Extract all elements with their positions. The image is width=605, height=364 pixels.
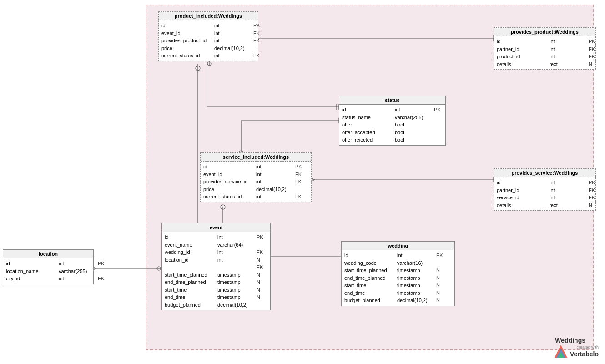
vertabelo-icon [555,345,567,358]
table-row: id int PK [6,260,91,268]
table-row: provides_product_id int FK [161,37,255,45]
table-wedding-header: wedding [342,242,454,250]
table-row: location_id int N FK [165,256,267,271]
table-provides-product: provides_product:Weddings id int PK part… [494,27,596,70]
table-row: start_time timestamp N [344,282,452,289]
table-row: start_time timestamp N [165,286,267,294]
table-event-header: event [162,223,270,232]
table-row: product_id int FK [497,53,593,61]
table-row: end_time_planned timestamp N [165,278,267,286]
vertabelo-logo: created with Vertabelo [555,345,599,358]
table-wedding: wedding id int PK wedding_code varchar(1… [341,241,455,306]
table-row: id int PK [497,38,593,46]
vertabelo-created-text: created with [570,345,599,350]
table-row: location_name varchar(255) [6,268,91,275]
table-row: id int PK [161,22,255,30]
table-provides-service: provides_service:Weddings id int PK part… [494,168,596,211]
table-row: budget_planned decimal(10,2) [165,301,267,309]
table-row: start_time_planned timestamp N [344,267,452,274]
table-service-included: service_included:Weddings id int PK even… [200,152,312,202]
table-row: partner_id int FK [497,46,593,53]
table-status-header: status [339,96,445,105]
table-provides-service-header: provides_service:Weddings [494,169,595,177]
table-status: status id int PK status_name varchar(255… [339,96,446,146]
table-row: id int PK [203,163,308,171]
main-canvas: Weddings [0,0,605,364]
table-location-header: location [3,250,93,258]
weddings-label: Weddings [555,337,585,344]
table-row: city_id int FK [6,275,91,283]
table-row: service_id int FK [497,194,593,202]
table-row: current_status_id int FK [161,52,255,60]
table-row: details text N [497,202,593,209]
table-row: end_time timestamp N [165,293,267,301]
table-row: id int PK [165,233,267,241]
table-location: location id int PK location_name varchar… [3,249,94,284]
table-product-included: product_included:Weddings id int PK even… [158,11,258,61]
table-row: event_name varchar(64) [165,241,267,249]
table-row: wedding_id int FK [165,248,267,256]
table-row: id int PK [342,106,443,114]
table-row: end_time timestamp N [344,289,452,297]
table-provides-product-header: provides_product:Weddings [494,28,595,36]
table-row: budget_planned decimal(10,2) N [344,297,452,304]
table-row: status_name varchar(255) [342,114,443,121]
table-event: event id int PK event_name varchar(64) w… [161,223,271,310]
table-row: wedding_code varchar(16) [344,259,452,267]
table-product-included-header: product_included:Weddings [159,12,258,20]
table-row: partner_id int FK [497,187,593,194]
table-row: start_time_planned timestamp N [165,271,267,279]
table-row: offer bool [342,121,443,129]
table-row: event_id int FK [203,171,308,178]
table-row: current_status_id int FK [203,193,308,201]
table-service-included-header: service_included:Weddings [201,153,311,162]
table-row: event_id int FK [161,30,255,37]
table-row: details text N [497,61,593,68]
table-row: id int PK [344,252,452,259]
table-row: price decimal(10,2) [161,45,255,52]
table-row: offer_accepted bool [342,129,443,136]
table-row: id int PK [497,179,593,187]
table-row: provides_service_id int FK [203,178,308,186]
table-row: offer_rejected bool [342,136,443,144]
table-row: price decimal(10,2) [203,186,308,193]
vertabelo-brand-text: Vertabelo [570,350,599,358]
table-row: end_time_planned timestamp N [344,274,452,282]
